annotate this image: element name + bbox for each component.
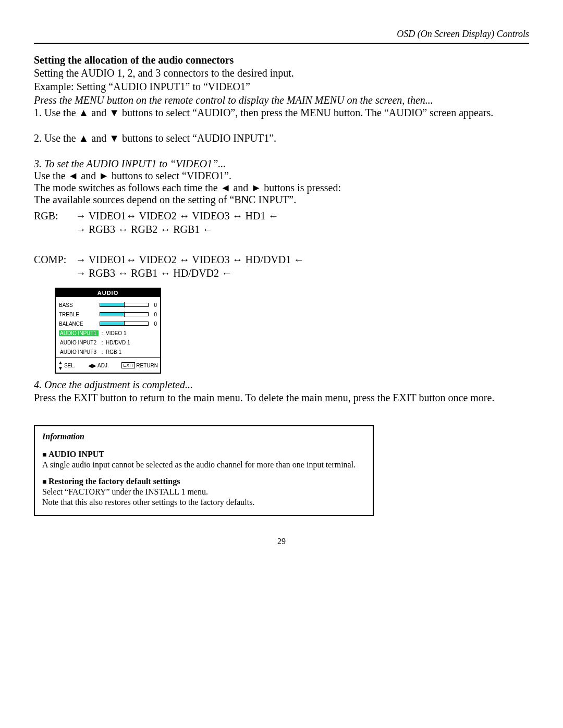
info-item-1-title: AUDIO INPUT xyxy=(48,450,104,459)
up-icon: ▲ xyxy=(79,132,89,144)
bullet-icon: ■ xyxy=(42,451,48,459)
step-1-pre: 1. Use the xyxy=(34,107,79,118)
step-3-line-2-pre: The mode switches as follows each time t… xyxy=(34,182,221,193)
osd-footer-return: RETURN xyxy=(136,363,158,368)
step-1-mid: buttons to select “AUDIO”, then press th… xyxy=(119,107,493,118)
info-item-2-body-1: Select “FACTORY” under the INSTALL 1 men… xyxy=(42,487,365,497)
osd-panel: AUDIO BASS 0 TREBLE 0 BALANCE 0 AUDIO IN… xyxy=(55,288,161,374)
cycle-comp-label: COMP: xyxy=(34,253,65,266)
step-4-heading: 4. Once the adjustment is completed... xyxy=(34,379,529,391)
osd-bass-bar xyxy=(100,303,149,307)
cycle-rgb-line-2: → RGB3 ↔ RGB2 ↔ RGB1 ← xyxy=(76,223,529,236)
osd-assign-3: AUDIO INPUT3 : RGB 1 xyxy=(59,347,157,356)
down-icon: ▼ xyxy=(109,132,119,144)
right-icon: ► xyxy=(99,170,109,181)
info-item-2-title: Restoring the factory default settings xyxy=(48,477,180,486)
osd-assign-1-source: VIDEO 1 xyxy=(106,330,126,336)
updown-icon: ▲▼ xyxy=(58,360,63,371)
cycle-rgb: RGB: → VIDEO1↔ VIDEO2 ↔ VIDEO3 ↔ HD1 ← →… xyxy=(34,209,529,236)
step-1: 1. Use the ▲ and ▼ buttons to select “AU… xyxy=(34,107,529,119)
step-2: 2. Use the ▲ and ▼ buttons to select “AU… xyxy=(34,132,529,144)
cycle-rgb-line-1: → VIDEO1↔ VIDEO2 ↔ VIDEO3 ↔ HD1 ← xyxy=(76,209,529,223)
osd-assign-2-label: AUDIO INPUT2 xyxy=(59,340,99,346)
osd-treble-label: TREBLE xyxy=(59,312,97,317)
osd-treble-value: 0 xyxy=(151,312,157,317)
section-title: Setting the allocation of the audio conn… xyxy=(34,54,529,66)
information-box: Information ■ AUDIO INPUT A single audio… xyxy=(34,425,374,516)
step-3-line-2: The mode switches as follows each time t… xyxy=(34,182,529,194)
osd-balance-label: BALANCE xyxy=(59,321,97,327)
step-2-pre: 2. Use the xyxy=(34,132,79,144)
osd-bass-label: BASS xyxy=(59,302,97,308)
and-text: and xyxy=(89,107,109,118)
step-3-line-3: The available sources depend on the sett… xyxy=(34,194,529,206)
osd-assign-1: AUDIO INPUT1 : VIDEO 1 xyxy=(59,328,157,338)
step-3-heading: 3. To set the AUDIO INPUT1 to “VIDEO1”..… xyxy=(34,158,529,170)
osd-assign-2-source: HD/DVD 1 xyxy=(106,340,130,346)
page-number: 29 xyxy=(34,537,529,546)
osd-balance-value: 0 xyxy=(151,321,157,327)
up-icon: ▲ xyxy=(79,107,89,118)
cycle-comp-line-1: → VIDEO1↔ VIDEO2 ↔ VIDEO3 ↔ HD/DVD1 ← xyxy=(76,253,529,266)
step-2-mid: buttons to select “AUDIO INPUT1”. xyxy=(119,132,276,144)
down-icon: ▼ xyxy=(109,107,119,118)
osd-footer: ▲▼ SEL. ◀▶ ADJ. EXIT RETURN xyxy=(56,357,160,373)
and-text: and xyxy=(89,132,109,144)
osd-assign-1-label: AUDIO INPUT1 xyxy=(59,330,99,336)
osd-title: AUDIO xyxy=(56,289,160,297)
osd-footer-exit: EXIT xyxy=(121,362,135,368)
intro-line-1: Setting the AUDIO 1, 2, and 3 connectors… xyxy=(34,66,529,80)
step-3-line-1-post: buttons to select “VIDEO1”. xyxy=(109,170,231,181)
intro-line-2: Example: Setting “AUDIO INPUT1” to “VIDE… xyxy=(34,80,529,93)
step-3-line-2-post: buttons is pressed: xyxy=(261,182,341,193)
bullet-icon: ■ xyxy=(42,478,48,486)
intro-line-3: Press the MENU button on the remote cont… xyxy=(34,93,529,107)
osd-balance-bar xyxy=(100,322,149,326)
osd-row-bass: BASS 0 xyxy=(59,300,157,310)
osd-row-treble: TREBLE 0 xyxy=(59,310,157,319)
cycle-rgb-label: RGB: xyxy=(34,209,65,223)
osd-footer-adj: ADJ. xyxy=(97,363,109,368)
header-rule xyxy=(34,43,529,44)
osd-row-balance: BALANCE 0 xyxy=(59,319,157,328)
osd-assign-3-source: RGB 1 xyxy=(106,349,121,355)
step-3-line-1-pre: Use the xyxy=(34,170,68,181)
left-icon: ◄ xyxy=(221,182,231,193)
cycle-comp-line-2: → RGB3 ↔ RGB1 ↔ HD/DVD2 ← xyxy=(76,266,529,280)
and-text: and xyxy=(78,170,99,181)
information-heading: Information xyxy=(42,431,365,442)
step-4-body: Press the EXIT button to return to the m… xyxy=(34,391,529,404)
step-3-line-1: Use the ◄ and ► buttons to select “VIDEO… xyxy=(34,170,529,182)
info-item-1-body: A single audio input cannot be selected … xyxy=(42,460,365,470)
left-icon: ◄ xyxy=(68,170,79,181)
right-icon: ► xyxy=(251,182,261,193)
osd-bass-value: 0 xyxy=(151,302,157,308)
osd-footer-sel: SEL. xyxy=(64,363,76,368)
and-text: and xyxy=(230,182,251,193)
page-header: OSD (On Screen Display) Controls xyxy=(34,29,529,40)
cycle-comp: COMP: → VIDEO1↔ VIDEO2 ↔ VIDEO3 ↔ HD/DVD… xyxy=(34,253,529,280)
osd-assign-2: AUDIO INPUT2 : HD/DVD 1 xyxy=(59,338,157,347)
info-item-2-body-2: Note that this also restores other setti… xyxy=(42,497,365,508)
osd-treble-bar xyxy=(100,312,149,316)
osd-assign-3-label: AUDIO INPUT3 xyxy=(59,349,99,355)
leftright-icon: ◀▶ xyxy=(88,363,96,368)
